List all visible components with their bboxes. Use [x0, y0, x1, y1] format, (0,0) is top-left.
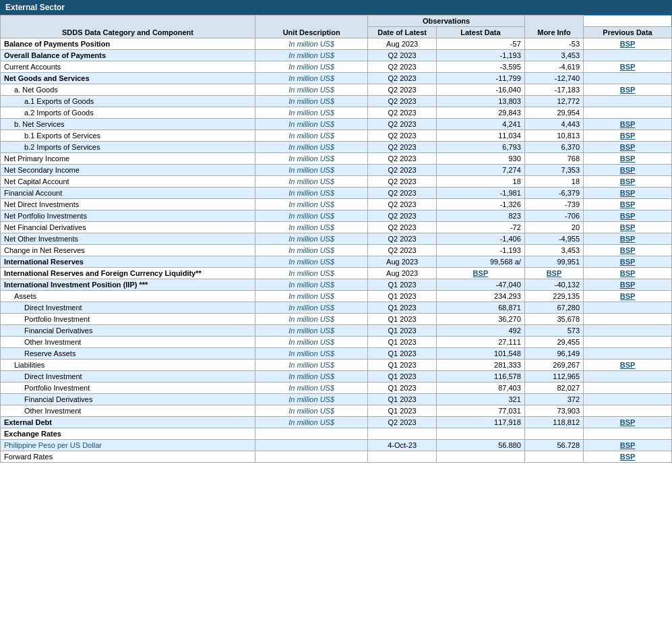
previous-data-cell: 229,135: [524, 291, 583, 302]
previous-data-cell: 82,027: [524, 382, 583, 394]
category-cell: b.2 Imports of Services: [1, 142, 255, 153]
bsp-link[interactable]: BSP: [620, 86, 636, 94]
latest-data-cell: 101,548: [437, 348, 525, 360]
more-info-cell[interactable]: BSP: [584, 188, 672, 199]
bsp-link[interactable]: BSP: [620, 418, 636, 426]
more-info-cell[interactable]: BSP: [584, 360, 672, 371]
bsp-link[interactable]: BSP: [620, 246, 636, 254]
latest-data-cell: 36,270: [437, 314, 525, 325]
table-row: Net Primary IncomeIn million US$Q2 20239…: [1, 153, 672, 165]
previous-data-cell: -4,619: [524, 61, 583, 73]
more-info-cell: [584, 73, 672, 84]
bsp-link[interactable]: BSP: [620, 212, 636, 220]
date-cell: Q2 2023: [368, 61, 437, 73]
bsp-link[interactable]: BSP: [620, 441, 636, 449]
table-row: Forward RatesBSP: [1, 451, 672, 463]
bsp-link[interactable]: BSP: [620, 200, 636, 208]
more-info-cell[interactable]: BSP: [584, 38, 672, 50]
bsp-link[interactable]: BSP: [620, 132, 636, 140]
bsp-link[interactable]: BSP: [620, 361, 636, 369]
previous-data-cell: -6,379: [524, 188, 583, 199]
bsp-link[interactable]: BSP: [620, 166, 636, 174]
previous-data-cell: 35,678: [524, 314, 583, 325]
unit-cell: In million US$: [255, 348, 368, 360]
more-info-cell[interactable]: BSP: [584, 176, 672, 188]
more-info-cell[interactable]: BSP: [584, 84, 672, 96]
bsp-link[interactable]: BSP: [620, 292, 636, 300]
table-row: External DebtIn million US$Q2 2023117,91…: [1, 417, 672, 428]
category-cell: Portfolio Investment: [1, 314, 255, 325]
more-info-cell: [584, 382, 672, 394]
latest-data-cell: 29,843: [437, 107, 525, 119]
date-cell: Q2 2023: [368, 130, 437, 142]
latest-data-cell: BSP: [437, 268, 525, 279]
category-cell: Net Secondary Income: [1, 165, 255, 176]
bsp-link[interactable]: BSP: [620, 269, 636, 277]
more-info-cell[interactable]: BSP: [584, 61, 672, 73]
date-cell: [368, 451, 437, 463]
more-info-cell[interactable]: BSP: [584, 153, 672, 165]
table-row: Overall Balance of PaymentsIn million US…: [1, 50, 672, 61]
previous-data-cell: -53: [524, 38, 583, 50]
bsp-link[interactable]: BSP: [620, 120, 636, 128]
more-info-cell[interactable]: BSP: [584, 417, 672, 428]
bsp-link[interactable]: BSP: [620, 223, 636, 231]
previous-data-cell: -706: [524, 210, 583, 222]
previous-data-cell: 768: [524, 153, 583, 165]
unit-cell: In million US$: [255, 279, 368, 291]
bsp-link[interactable]: BSP: [620, 143, 636, 151]
latest-data-cell: 930: [437, 153, 525, 165]
more-info-cell[interactable]: BSP: [584, 245, 672, 256]
unit-cell: [255, 440, 368, 451]
table-row: a. Net GoodsIn million US$Q2 2023-16,040…: [1, 84, 672, 96]
more-info-cell: [584, 107, 672, 119]
latest-data-cell: -3,595: [437, 61, 525, 73]
bsp-link[interactable]: BSP: [620, 177, 636, 185]
more-info-cell[interactable]: BSP: [584, 451, 672, 463]
latest-data-cell: -1,193: [437, 50, 525, 61]
latest-data-cell: 117,918: [437, 417, 525, 428]
more-info-cell[interactable]: BSP: [584, 256, 672, 268]
bsp-link[interactable]: BSP: [620, 281, 636, 289]
more-info-cell[interactable]: BSP: [584, 119, 672, 130]
more-info-cell[interactable]: BSP: [584, 233, 672, 245]
bsp-link[interactable]: BSP: [620, 258, 636, 266]
more-info-cell[interactable]: BSP: [584, 199, 672, 210]
bsp-link[interactable]: BSP: [620, 40, 636, 48]
more-info-cell[interactable]: BSP: [584, 440, 672, 451]
more-info-cell[interactable]: BSP: [584, 165, 672, 176]
more-info-cell[interactable]: BSP: [584, 279, 672, 291]
table-row: Net Portfolio InvestmentsIn million US$Q…: [1, 210, 672, 222]
more-info-cell[interactable]: BSP: [584, 222, 672, 233]
previous-data-cell: [524, 451, 583, 463]
bsp-link[interactable]: BSP: [620, 453, 636, 461]
more-info-cell[interactable]: BSP: [584, 130, 672, 142]
previous-data-cell: 118,812: [524, 417, 583, 428]
category-cell: Net Direct Investments: [1, 199, 255, 210]
previous-data-cell: 67,280: [524, 302, 583, 314]
category-cell: Exchange Rates: [1, 428, 255, 440]
previous-data-cell: 20: [524, 222, 583, 233]
date-cell: Q2 2023: [368, 188, 437, 199]
previous-data-cell: 573: [524, 325, 583, 337]
bsp-link[interactable]: BSP: [620, 154, 636, 163]
more-info-cell[interactable]: BSP: [584, 210, 672, 222]
more-info-cell[interactable]: BSP: [584, 268, 672, 279]
unit-cell: In million US$: [255, 337, 368, 348]
table-row: Direct InvestmentIn million US$Q1 202368…: [1, 302, 672, 314]
bsp-link[interactable]: BSP: [620, 189, 636, 197]
table-row: Net Goods and ServicesIn million US$Q2 2…: [1, 73, 672, 84]
more-info-cell[interactable]: BSP: [584, 291, 672, 302]
category-cell: Philippine Peso per US Dollar: [1, 440, 255, 451]
category-cell: Other Investment: [1, 337, 255, 348]
more-info-cell[interactable]: BSP: [584, 142, 672, 153]
unit-cell: In million US$: [255, 210, 368, 222]
date-cell: Aug 2023: [368, 268, 437, 279]
category-cell: Direct Investment: [1, 371, 255, 382]
latest-data-cell: 7,274: [437, 165, 525, 176]
bsp-link[interactable]: BSP: [620, 235, 636, 243]
date-cell: Q2 2023: [368, 245, 437, 256]
unit-cell: In million US$: [255, 188, 368, 199]
unit-cell: In million US$: [255, 371, 368, 382]
bsp-link[interactable]: BSP: [620, 63, 636, 71]
